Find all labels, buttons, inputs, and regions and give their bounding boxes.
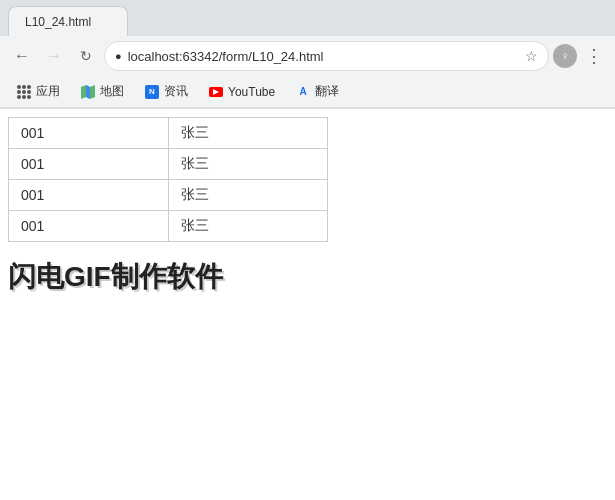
cell-id: 001 <box>9 118 169 149</box>
table-row: 001张三 <box>9 180 328 211</box>
cell-name: 张三 <box>168 118 328 149</box>
tab-bar: L10_24.html <box>0 0 615 36</box>
bookmark-news[interactable]: N 资讯 <box>136 81 196 102</box>
table-row: 001张三 <box>9 149 328 180</box>
menu-icon[interactable]: ⋮ <box>581 41 607 71</box>
bookmarks-bar: 应用 地图 N 资讯 YouT <box>0 76 615 108</box>
bookmark-maps[interactable]: 地图 <box>72 81 132 102</box>
watermark: 闪电GIF制作软件 <box>8 258 615 296</box>
profile-icon[interactable]: ♀ <box>553 44 577 68</box>
address-text: localhost:63342/form/L10_24.html <box>128 49 519 64</box>
back-button[interactable]: ← <box>8 42 36 70</box>
youtube-icon <box>208 84 224 100</box>
cell-name: 张三 <box>168 211 328 242</box>
address-bar[interactable]: ● localhost:63342/form/L10_24.html ☆ <box>104 41 549 71</box>
tab-title: L10_24.html <box>25 15 91 29</box>
cell-id: 001 <box>9 211 169 242</box>
bookmark-star-icon[interactable]: ☆ <box>525 48 538 64</box>
translate-icon: A <box>295 84 311 100</box>
reload-button[interactable]: ↻ <box>72 42 100 70</box>
news-icon: N <box>144 84 160 100</box>
active-tab[interactable]: L10_24.html <box>8 6 128 36</box>
page-content: 001张三001张三001张三001张三 闪电GIF制作软件 <box>0 117 615 296</box>
bookmark-maps-label: 地图 <box>100 83 124 100</box>
bookmark-news-label: 资讯 <box>164 83 188 100</box>
forward-button[interactable]: → <box>40 42 68 70</box>
apps-icon <box>16 84 32 100</box>
bookmark-youtube-label: YouTube <box>228 85 275 99</box>
svg-marker-1 <box>86 85 90 99</box>
bookmark-youtube[interactable]: YouTube <box>200 82 283 102</box>
cell-id: 001 <box>9 180 169 211</box>
bookmark-apps-label: 应用 <box>36 83 60 100</box>
bookmark-translate[interactable]: A 翻译 <box>287 81 347 102</box>
profile-avatar: ♀ <box>561 49 570 63</box>
maps-icon <box>80 84 96 100</box>
table-row: 001张三 <box>9 118 328 149</box>
bookmark-apps[interactable]: 应用 <box>8 81 68 102</box>
data-table: 001张三001张三001张三001张三 <box>8 117 328 242</box>
browser-chrome: L10_24.html ← → ↻ ● localhost:63342/form… <box>0 0 615 109</box>
table-row: 001张三 <box>9 211 328 242</box>
cell-name: 张三 <box>168 149 328 180</box>
cell-id: 001 <box>9 149 169 180</box>
toolbar: ← → ↻ ● localhost:63342/form/L10_24.html… <box>0 36 615 76</box>
cell-name: 张三 <box>168 180 328 211</box>
lock-icon: ● <box>115 50 122 62</box>
bookmark-translate-label: 翻译 <box>315 83 339 100</box>
